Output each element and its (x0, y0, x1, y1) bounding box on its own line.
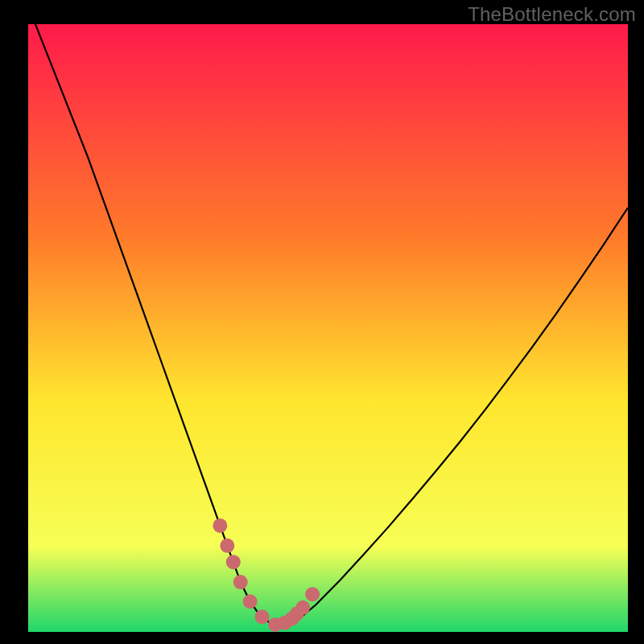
highlight-dot (255, 609, 270, 624)
highlight-dot (295, 601, 310, 615)
chart-stage: TheBottleneck.com (0, 0, 644, 644)
bottleneck-chart (0, 0, 644, 644)
highlight-dot (226, 555, 241, 569)
plot-area (28, 24, 628, 632)
highlight-dot (243, 594, 258, 609)
highlight-dot (305, 587, 320, 601)
highlight-dot (220, 539, 234, 553)
watermark-text: TheBottleneck.com (468, 3, 636, 26)
highlight-dot (233, 575, 248, 589)
highlight-dot (213, 518, 227, 533)
